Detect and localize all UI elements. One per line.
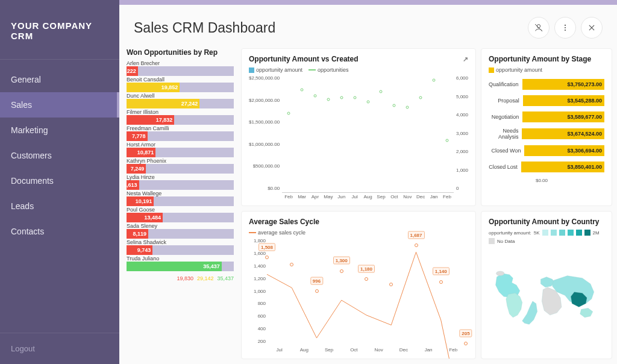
won-opportunities-card: Won Opportunities by Rep Arlen Brecher4,… bbox=[124, 48, 236, 359]
nav-item-sales[interactable]: Sales bbox=[0, 92, 119, 118]
main: Sales CRM Dashboard Won Opportunities by… bbox=[119, 0, 617, 364]
x-axis: FebMarAprMayJunJulAugSepOctNovDecJanFeb bbox=[282, 194, 454, 199]
stage-row: Closed Lost$3,850,401.00 bbox=[489, 162, 604, 172]
dashboard: Won Opportunities by Rep Arlen Brecher4,… bbox=[119, 48, 617, 364]
opportunity-by-stage-card: Opportunity Amount by Stage opportunity … bbox=[481, 48, 612, 206]
rep-row: Horst Armor10,871 bbox=[127, 142, 234, 157]
nav-item-customers[interactable]: Customers bbox=[0, 143, 119, 168]
threshold-legend: 19,83029,14235,437 bbox=[127, 272, 234, 281]
chart-bars bbox=[282, 75, 454, 193]
rep-row: Freedman Camilli7,778 bbox=[127, 125, 234, 141]
rep-row: Arlen Brecher4,222 bbox=[127, 60, 234, 76]
logo: YOUR COMPANY CRM bbox=[0, 0, 119, 60]
card-title: Won Opportunities by Rep bbox=[127, 48, 234, 57]
rep-row: Nesta Wallege10,191 bbox=[127, 190, 234, 206]
svg-line-1 bbox=[535, 24, 542, 31]
more-button[interactable] bbox=[554, 17, 576, 39]
svg-point-0 bbox=[537, 25, 540, 28]
opportunity-vs-created-card: Opportunity Amount vs Created ↗ opportun… bbox=[241, 48, 476, 206]
topbar bbox=[119, 0, 617, 5]
nav-item-documents[interactable]: Documents bbox=[0, 168, 119, 193]
opportunity-by-country-card: Opportunity Amount by Country opportunit… bbox=[481, 211, 612, 359]
rep-row: Truda Juliano35,437 bbox=[127, 256, 234, 271]
nav-item-contacts[interactable]: Contacts bbox=[0, 219, 119, 244]
stage-row: Negotiation$3,589,677.00 bbox=[489, 111, 604, 122]
rep-row: Lydia Hinze4,613 bbox=[127, 174, 234, 190]
card-title: Opportunity Amount by Stage bbox=[489, 55, 604, 63]
x-axis: JulAugSepOctNovDecJanFeb bbox=[267, 347, 466, 353]
y-axis-right: 6,0005,0004,0003,0002,0001,0000 bbox=[454, 75, 468, 199]
world-map[interactable] bbox=[489, 244, 604, 353]
svg-point-2 bbox=[565, 25, 566, 26]
y-axis-left: $2,500,000.00$2,000,000.00$1,500,000.00$… bbox=[249, 75, 282, 199]
logout-button[interactable]: Logout bbox=[0, 333, 119, 364]
rep-row: Kathryn Phoenix7,249 bbox=[127, 158, 234, 174]
rep-row: Benoit Cansdall19,852 bbox=[127, 77, 234, 92]
nav-item-leads[interactable]: Leads bbox=[0, 193, 119, 219]
card-title: Opportunity Amount by Country bbox=[489, 218, 604, 226]
card-title: Average Sales Cycle bbox=[249, 218, 468, 226]
page-title: Sales CRM Dashboard bbox=[134, 20, 523, 36]
svg-point-7 bbox=[496, 271, 504, 276]
rep-row: Sada Sleney8,119 bbox=[127, 223, 234, 239]
nav-item-general[interactable]: General bbox=[0, 67, 119, 92]
svg-point-4 bbox=[565, 30, 566, 31]
sidebar: YOUR COMPANY CRM GeneralSalesMarketingCu… bbox=[0, 0, 119, 364]
card-title: Opportunity Amount vs Created bbox=[249, 55, 359, 63]
map-legend: opportunity amount: 5K 2M No Data bbox=[489, 230, 604, 244]
rep-row: Poul Goose13,484 bbox=[127, 207, 234, 222]
nav-item-marketing[interactable]: Marketing bbox=[0, 118, 119, 143]
average-sales-cycle-card: Average Sales Cycle average sales cycle … bbox=[241, 211, 476, 359]
header: Sales CRM Dashboard bbox=[119, 5, 617, 48]
y-axis: 1,8001,6001,4001,2001,000800600400200 bbox=[249, 238, 266, 344]
stage-row: Closed Won$3,306,694.00 bbox=[489, 145, 604, 156]
assistant-button[interactable] bbox=[528, 17, 550, 39]
rep-row: Selina Shadwick9,743 bbox=[127, 239, 234, 255]
nav: GeneralSalesMarketingCustomersDocumentsL… bbox=[0, 60, 119, 333]
stage-row: Needs Analysis$3,674,524.00 bbox=[489, 128, 604, 140]
stage-row: Proposal$3,545,288.00 bbox=[489, 95, 604, 106]
stage-row: Qualification$3,750,273.00 bbox=[489, 79, 604, 90]
close-button[interactable] bbox=[581, 17, 603, 39]
svg-point-3 bbox=[565, 27, 566, 28]
line-chart bbox=[267, 238, 466, 359]
rep-row: Filmer Illiston17,832 bbox=[127, 109, 234, 125]
rep-row: Dunc Alwell27,242 bbox=[127, 93, 234, 108]
expand-icon[interactable]: ↗ bbox=[463, 55, 468, 63]
